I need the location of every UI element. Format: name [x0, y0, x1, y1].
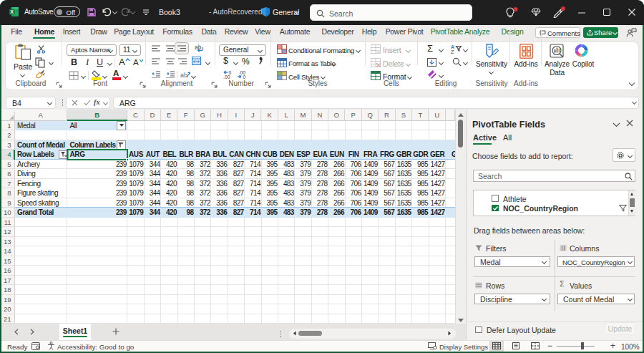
svg-text:Z: Z: [451, 49, 454, 54]
svg-text:X: X: [11, 9, 14, 14]
svg-text:.00: .00: [223, 74, 230, 79]
svg-text:ab: ab: [180, 72, 187, 79]
svg-text:A: A: [451, 44, 454, 49]
svg-text:0: 0: [243, 74, 246, 79]
